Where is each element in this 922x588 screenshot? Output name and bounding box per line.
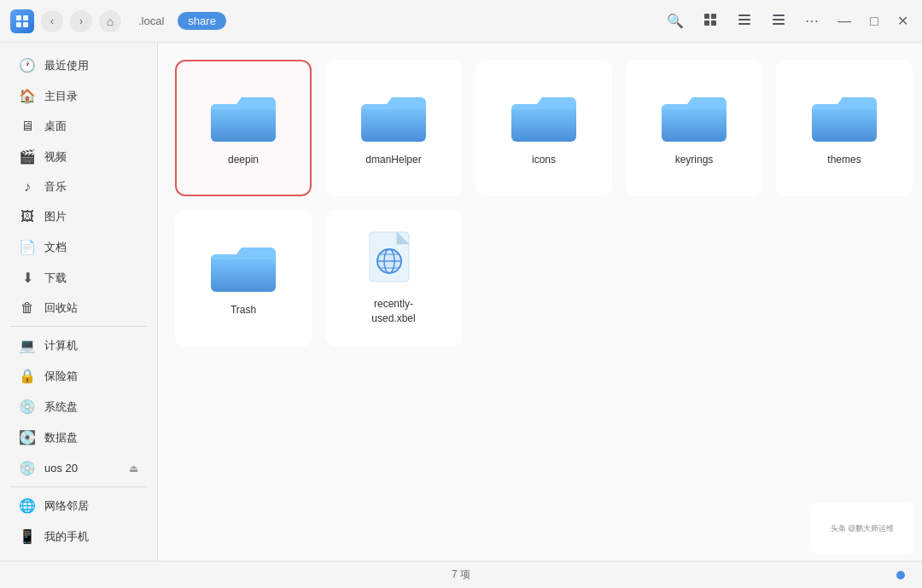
file-name-keyrings: keyrings bbox=[675, 153, 714, 167]
grid-view-icon[interactable] bbox=[699, 10, 721, 32]
titlebar: ‹ › ⌂ .local share 🔍 bbox=[0, 0, 922, 43]
svg-rect-17 bbox=[361, 104, 426, 142]
svg-rect-12 bbox=[773, 19, 785, 20]
sidebar-divider-1 bbox=[10, 326, 147, 327]
sysdisk-icon: 💿 bbox=[19, 399, 36, 415]
sidebar-item-uos[interactable]: 💿 uos 20 ⏏ bbox=[5, 453, 152, 483]
file-name-icons: icons bbox=[532, 153, 556, 167]
file-grid: deepin dmanHel bbox=[175, 60, 905, 346]
sidebar-label-documents: 文档 bbox=[44, 240, 67, 255]
sidebar-label-uos: uos 20 bbox=[44, 462, 78, 474]
eject-icon[interactable]: ⏏ bbox=[129, 463, 138, 474]
sidebar-label-vault: 保险箱 bbox=[44, 369, 78, 384]
sidebar-label-video: 视频 bbox=[44, 149, 67, 165]
sidebar-item-datadisk[interactable]: 💽 数据盘 bbox=[5, 422, 152, 452]
clock-icon: 🕐 bbox=[19, 57, 36, 73]
sidebar-label-music: 音乐 bbox=[44, 179, 67, 195]
svg-rect-20 bbox=[812, 104, 877, 142]
sidebar-item-music[interactable]: ♪ 音乐 bbox=[5, 172, 152, 201]
sidebar-item-documents[interactable]: 📄 文档 bbox=[5, 232, 152, 262]
svg-rect-6 bbox=[704, 20, 709, 26]
sidebar-label-pictures: 图片 bbox=[44, 209, 67, 224]
svg-rect-18 bbox=[511, 104, 576, 142]
file-item-recently-used[interactable]: recently-used.xbel bbox=[325, 210, 462, 346]
network-icon: 🌐 bbox=[19, 498, 36, 514]
file-item-deepin[interactable]: deepin bbox=[175, 60, 312, 196]
file-item-themes[interactable]: themes bbox=[776, 60, 913, 196]
path-local[interactable]: .local bbox=[128, 12, 174, 30]
forward-button[interactable]: › bbox=[70, 10, 92, 32]
back-button[interactable]: ‹ bbox=[41, 10, 63, 32]
list-view-icon[interactable] bbox=[733, 10, 756, 32]
restore-icon[interactable]: □ bbox=[867, 12, 882, 31]
file-item-trash-folder[interactable]: Trash bbox=[175, 210, 312, 346]
sidebar-item-video[interactable]: 🎬 视频 bbox=[5, 142, 152, 172]
app-icon bbox=[10, 9, 34, 33]
datadisk-icon: 💽 bbox=[19, 429, 36, 445]
svg-rect-8 bbox=[738, 15, 750, 16]
svg-rect-14 bbox=[773, 15, 774, 16]
folder-icon-keyrings bbox=[660, 89, 728, 144]
file-name-dmanhelper: dmanHelper bbox=[365, 153, 421, 167]
svg-rect-10 bbox=[738, 23, 750, 25]
sidebar-item-home[interactable]: 🏠 主目录 bbox=[5, 81, 152, 111]
music-icon: ♪ bbox=[19, 179, 36, 195]
file-item-keyrings[interactable]: keyrings bbox=[626, 60, 762, 196]
folder-icon-dmanhelper bbox=[359, 89, 428, 144]
sidebar-item-phone[interactable]: 📱 我的手机 bbox=[5, 521, 152, 551]
home-nav-icon: 🏠 bbox=[19, 88, 36, 104]
search-icon[interactable]: 🔍 bbox=[663, 11, 687, 31]
uos-icon: 💿 bbox=[19, 460, 36, 476]
sidebar-label-phone: 我的手机 bbox=[44, 529, 89, 544]
xbel-file-icon bbox=[368, 230, 419, 290]
documents-icon: 📄 bbox=[19, 239, 36, 255]
trash-icon: 🗑 bbox=[19, 300, 36, 316]
sidebar-label-network: 网络邻居 bbox=[44, 498, 89, 514]
folder-icon-themes bbox=[810, 89, 878, 144]
home-button[interactable]: ⌂ bbox=[99, 10, 121, 32]
sidebar-label-recent: 最近使用 bbox=[44, 58, 89, 73]
sidebar-item-pictures[interactable]: 🖼 图片 bbox=[5, 202, 152, 231]
svg-rect-11 bbox=[773, 15, 785, 16]
file-item-dmanhelper[interactable]: dmanHelper bbox=[325, 60, 462, 196]
statusbar: 7 项 bbox=[0, 561, 922, 588]
svg-rect-7 bbox=[711, 20, 716, 26]
sidebar-item-computer[interactable]: 💻 计算机 bbox=[5, 330, 152, 360]
svg-rect-21 bbox=[211, 254, 276, 292]
svg-rect-0 bbox=[16, 15, 21, 20]
sidebar-item-network[interactable]: 🌐 网络邻居 bbox=[5, 491, 152, 521]
main-layout: 🕐 最近使用 🏠 主目录 🖥 桌面 🎬 视频 ♪ 音乐 🖼 图片 📄 文档 ⬇ bbox=[0, 43, 922, 561]
watermark-text: 头条 @鹏大师运维 bbox=[831, 523, 895, 534]
sidebar-item-desktop[interactable]: 🖥 桌面 bbox=[5, 112, 152, 141]
folder-icon-icons bbox=[510, 89, 578, 144]
minimize-icon[interactable]: — bbox=[834, 12, 855, 31]
video-icon: 🎬 bbox=[19, 148, 36, 165]
file-name-deepin: deepin bbox=[228, 153, 259, 167]
sidebar-label-datadisk: 数据盘 bbox=[44, 430, 78, 445]
path-share[interactable]: share bbox=[178, 12, 226, 30]
close-icon[interactable]: ✕ bbox=[894, 11, 912, 31]
item-count: 7 项 bbox=[452, 568, 470, 582]
svg-rect-3 bbox=[23, 22, 28, 27]
vault-icon: 🔒 bbox=[19, 368, 36, 384]
sidebar-label-downloads: 下载 bbox=[44, 271, 67, 286]
sidebar-item-trash[interactable]: 🗑 回收站 bbox=[5, 294, 152, 323]
scroll-indicator bbox=[896, 571, 905, 579]
sidebar-item-vault[interactable]: 🔒 保险箱 bbox=[5, 361, 152, 391]
detail-view-icon[interactable] bbox=[767, 10, 790, 32]
path-bar: .local share bbox=[128, 12, 656, 30]
sidebar-item-downloads[interactable]: ⬇ 下载 bbox=[5, 263, 152, 293]
more-menu-icon[interactable]: ⋯ bbox=[802, 11, 822, 31]
sidebar-label-home: 主目录 bbox=[44, 89, 78, 104]
file-name-recently-used: recently-used.xbel bbox=[371, 297, 415, 326]
sidebar-item-sysdisk[interactable]: 💿 系统盘 bbox=[5, 392, 152, 422]
file-content: deepin dmanHel bbox=[158, 43, 922, 561]
sidebar-item-recent[interactable]: 🕐 最近使用 bbox=[5, 50, 152, 80]
sidebar: 🕐 最近使用 🏠 主目录 🖥 桌面 🎬 视频 ♪ 音乐 🖼 图片 📄 文档 ⬇ bbox=[0, 43, 158, 561]
file-item-icons[interactable]: icons bbox=[476, 60, 612, 196]
pictures-icon: 🖼 bbox=[19, 209, 36, 224]
sidebar-label-sysdisk: 系统盘 bbox=[44, 399, 78, 415]
sidebar-divider-2 bbox=[10, 486, 147, 487]
sidebar-label-trash: 回收站 bbox=[44, 300, 78, 316]
sidebar-label-desktop: 桌面 bbox=[44, 119, 67, 134]
